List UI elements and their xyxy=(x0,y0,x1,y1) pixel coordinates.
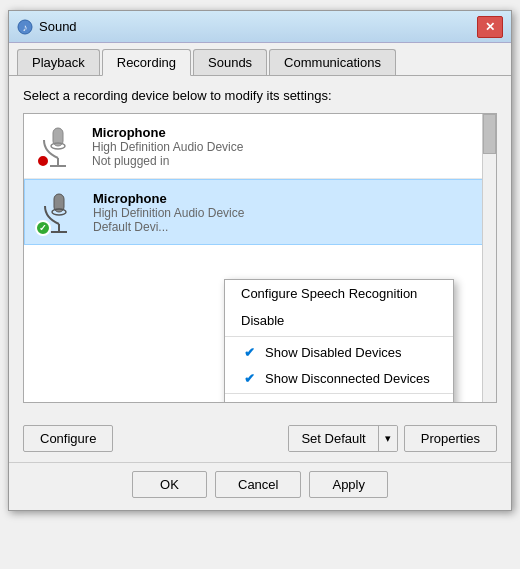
ok-button[interactable]: OK xyxy=(132,471,207,498)
properties-button[interactable]: Properties xyxy=(404,425,497,452)
device-type-1: High Definition Audio Device xyxy=(92,140,486,154)
window-title: Sound xyxy=(39,19,77,34)
ctx-disable[interactable]: Disable xyxy=(225,307,453,334)
title-bar-left: ♪ Sound xyxy=(17,19,77,35)
device-icon-2: ✓ xyxy=(35,188,83,236)
device-status-1: Not plugged in xyxy=(92,154,486,168)
sound-dialog: ♪ Sound ✕ Playback Recording Sounds Comm… xyxy=(8,10,512,511)
set-default-button[interactable]: Set Default xyxy=(289,426,377,451)
ctx-sep-1 xyxy=(225,336,453,337)
instruction-text: Select a recording device below to modif… xyxy=(23,88,497,103)
device-info-1: Microphone High Definition Audio Device … xyxy=(92,125,486,168)
title-bar: ♪ Sound ✕ xyxy=(9,11,511,43)
ctx-properties[interactable]: Properties xyxy=(225,396,453,403)
scrollbar[interactable] xyxy=(482,114,496,402)
ctx-show-disconnected-label: Show Disconnected Devices xyxy=(265,371,430,386)
tab-playback[interactable]: Playback xyxy=(17,49,100,75)
cancel-button[interactable]: Cancel xyxy=(215,471,301,498)
ctx-check-disabled: ✔ xyxy=(241,344,257,360)
left-buttons: Configure xyxy=(23,425,113,452)
device-status-2: Default Devi... xyxy=(93,220,485,234)
apply-button[interactable]: Apply xyxy=(309,471,388,498)
dialog-buttons: OK Cancel Apply xyxy=(9,462,511,510)
ctx-configure[interactable]: Configure Speech Recognition xyxy=(225,280,453,307)
sound-icon: ♪ xyxy=(17,19,33,35)
ctx-show-disconnected[interactable]: ✔ Show Disconnected Devices xyxy=(225,365,453,391)
close-button[interactable]: ✕ xyxy=(477,16,503,38)
set-default-split: Set Default ▾ xyxy=(288,425,397,452)
device-icon-1 xyxy=(34,122,82,170)
set-default-dropdown[interactable]: ▾ xyxy=(378,426,397,451)
ctx-check-disconnected: ✔ xyxy=(241,370,257,386)
device-type-2: High Definition Audio Device xyxy=(93,206,485,220)
tab-communications[interactable]: Communications xyxy=(269,49,396,75)
device-item-1[interactable]: Microphone High Definition Audio Device … xyxy=(24,114,496,179)
device-item-2[interactable]: ✓ Microphone High Definition Audio Devic… xyxy=(24,179,496,245)
ctx-show-disabled[interactable]: ✔ Show Disabled Devices xyxy=(225,339,453,365)
main-content: Select a recording device below to modif… xyxy=(9,76,511,415)
ctx-sep-2 xyxy=(225,393,453,394)
device-name-2: Microphone xyxy=(93,191,485,206)
device-info-2: Microphone High Definition Audio Device … xyxy=(93,191,485,234)
configure-button[interactable]: Configure xyxy=(23,425,113,452)
right-buttons: Set Default ▾ Properties xyxy=(288,425,497,452)
action-buttons: Configure Set Default ▾ Properties xyxy=(9,415,511,462)
tab-bar: Playback Recording Sounds Communications xyxy=(9,43,511,76)
tab-sounds[interactable]: Sounds xyxy=(193,49,267,75)
ctx-show-disabled-label: Show Disabled Devices xyxy=(265,345,402,360)
device-list: Microphone High Definition Audio Device … xyxy=(23,113,497,403)
tab-recording[interactable]: Recording xyxy=(102,49,191,76)
context-menu: Configure Speech Recognition Disable ✔ S… xyxy=(224,279,454,403)
svg-text:♪: ♪ xyxy=(23,22,28,33)
status-badge-2: ✓ xyxy=(35,220,51,236)
device-name-1: Microphone xyxy=(92,125,486,140)
status-badge-1 xyxy=(36,154,50,168)
scrollbar-thumb[interactable] xyxy=(483,114,496,154)
